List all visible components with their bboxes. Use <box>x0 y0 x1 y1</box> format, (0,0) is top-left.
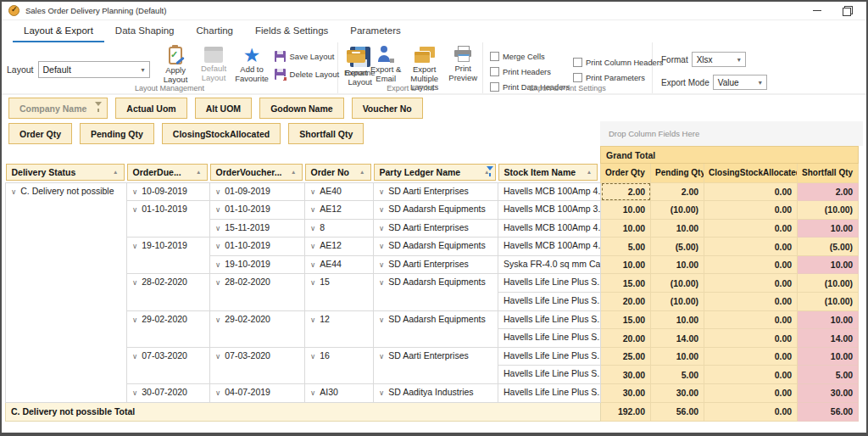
party-ledger-cell[interactable]: ∨SD Aaditya Industries <box>374 384 498 403</box>
order-qty-cell[interactable]: 15.00 <box>601 274 651 293</box>
stock-item-cell[interactable]: Havells Life Line Plus S... <box>498 384 601 403</box>
party-ledger-cell[interactable]: ∨SD Aadarsh Equipments <box>374 274 498 310</box>
field-chip-company-name[interactable]: Company Name <box>8 98 108 119</box>
closing-stock-cell[interactable]: 0.00 <box>704 219 798 238</box>
add-to-favourite-button[interactable]: ★ Add to Favourite <box>233 45 271 82</box>
shortfall-qty-cell[interactable]: (5.00) <box>798 238 859 256</box>
expand-chevron-icon[interactable]: ∨ <box>215 278 220 287</box>
restore-button[interactable] <box>832 3 863 20</box>
order-due-cell[interactable]: ∨01-10-2019 <box>127 201 210 238</box>
expand-chevron-icon[interactable]: ∨ <box>310 352 315 361</box>
expand-chevron-icon[interactable]: ∨ <box>132 278 137 287</box>
party-ledger-cell[interactable]: ∨SD Aarti Enterprises <box>374 347 498 383</box>
order-qty-cell[interactable]: 15.00 <box>601 310 651 329</box>
export-multiple-layouts-button[interactable]: Export Multiple Layouts <box>402 44 447 82</box>
party-ledger-cell[interactable]: ∨SD Aadarsh Equipments <box>374 238 498 256</box>
order-voucher-cell[interactable]: ∨15-11-2019 <box>210 219 305 238</box>
order-voucher-cell[interactable]: ∨04-07-2019 <box>210 384 305 403</box>
shortfall-qty-cell[interactable]: 2.00 <box>798 182 859 201</box>
closing-stock-cell[interactable]: 0.00 <box>704 366 798 384</box>
expand-chevron-icon[interactable]: ∨ <box>132 242 137 250</box>
order-voucher-cell[interactable]: ∨07-03-2020 <box>210 347 305 383</box>
tab-fields-settings[interactable]: Fields & Settings <box>244 20 339 42</box>
closing-stock-cell[interactable]: 0.00 <box>704 182 798 201</box>
apply-layout-button[interactable]: ✓ Apply Layout <box>157 45 195 82</box>
expand-chevron-icon[interactable]: ∨ <box>379 352 384 361</box>
order-no-cell[interactable]: ∨AE12 <box>305 238 374 256</box>
stock-item-cell[interactable]: Havells Life Line Plus S... <box>498 329 601 348</box>
pending-qty-cell[interactable]: 10.00 <box>651 219 704 238</box>
tab-charting[interactable]: Charting <box>186 20 244 42</box>
expand-chevron-icon[interactable]: ∨ <box>215 316 220 324</box>
field-chip-godown-name[interactable]: Godown Name <box>259 98 344 119</box>
expand-chevron-icon[interactable]: ∨ <box>215 352 220 361</box>
field-chip-voucher-no[interactable]: Voucher No <box>352 98 423 119</box>
expand-chevron-icon[interactable]: ∨ <box>379 316 384 324</box>
tab-data-shaping[interactable]: Data Shaping <box>104 20 186 42</box>
closing-stock-cell[interactable]: 0.00 <box>704 293 798 311</box>
order-voucher-cell[interactable]: ∨19-10-2019 <box>210 255 305 274</box>
order-qty-cell[interactable]: 30.00 <box>601 384 651 403</box>
expand-chevron-icon[interactable]: ∨ <box>379 205 384 214</box>
expand-chevron-icon[interactable]: ∨ <box>379 260 384 269</box>
layout-select[interactable]: Default▾ <box>38 61 150 78</box>
stock-item-cell[interactable]: Havells Life Line Plus S... <box>498 310 601 329</box>
expand-chevron-icon[interactable]: ∨ <box>310 205 315 214</box>
order-no-cell[interactable]: ∨AE12 <box>305 201 374 220</box>
pending-qty-cell[interactable]: 30.00 <box>651 384 704 403</box>
expand-chevron-icon[interactable]: ∨ <box>310 278 315 287</box>
value-header-closingstockallocated[interactable]: ClosingStockAllocated <box>704 164 798 183</box>
pending-qty-cell[interactable]: (5.00) <box>651 238 704 256</box>
shortfall-qty-cell[interactable]: 10.00 <box>798 219 859 238</box>
closing-stock-cell[interactable]: 0.00 <box>704 201 798 220</box>
order-voucher-cell[interactable]: ∨01-10-2019 <box>210 201 305 220</box>
column-header-order-no[interactable]: Order No▲ <box>305 164 374 183</box>
tab-parameters[interactable]: Parameters <box>339 20 411 42</box>
order-qty-cell[interactable]: 25.00 <box>601 347 651 366</box>
order-qty-cell[interactable]: 5.00 <box>601 238 651 256</box>
stock-item-cell[interactable]: Syska FR-4.0 sq mm Ca... <box>498 255 601 274</box>
minimize-button[interactable] <box>802 3 832 20</box>
expand-chevron-icon[interactable]: ∨ <box>379 224 384 232</box>
pending-qty-cell[interactable]: 10.00 <box>651 347 704 366</box>
order-no-cell[interactable]: ∨AE40 <box>305 182 374 201</box>
order-no-cell[interactable]: ∨8 <box>305 219 374 238</box>
expand-chevron-icon[interactable]: ∨ <box>379 388 384 397</box>
expand-chevron-icon[interactable]: ∨ <box>310 242 315 250</box>
closing-stock-cell[interactable]: 0.00 <box>704 310 798 329</box>
checkbox-print-column-headers[interactable]: Print Column Headers <box>573 58 663 67</box>
export-email-button[interactable]: Export & Email <box>370 44 402 82</box>
expand-chevron-icon[interactable]: ∨ <box>132 388 137 397</box>
shortfall-qty-cell[interactable]: (10.00) <box>798 274 859 293</box>
shortfall-qty-cell[interactable]: 14.00 <box>798 329 859 348</box>
expand-chevron-icon[interactable]: ∨ <box>132 187 137 196</box>
default-layout-button[interactable]: Default Layout <box>195 45 233 82</box>
export-mode-select[interactable]: Value▾ <box>713 75 767 90</box>
pending-qty-cell[interactable]: 14.00 <box>651 329 704 348</box>
party-ledger-cell[interactable]: ∨SD Aadarsh Equipments <box>374 201 498 220</box>
party-ledger-cell[interactable]: ∨SD Aadarsh Equipments <box>374 310 498 347</box>
field-chip-actual-uom[interactable]: Actual Uom <box>115 98 186 119</box>
party-ledger-cell[interactable]: ∨SD Aarti Enterprises <box>374 255 498 274</box>
column-header-delivery-status[interactable]: Delivery Status▲ <box>6 164 127 183</box>
order-qty-cell[interactable]: 2.00 <box>601 182 651 201</box>
field-chip-alt-uom[interactable]: Alt UOM <box>195 98 252 119</box>
order-due-cell[interactable]: ∨30-07-2020 <box>127 384 210 403</box>
order-voucher-cell[interactable]: ∨29-02-2020 <box>210 310 305 347</box>
expand-chevron-icon[interactable]: ∨ <box>215 260 220 269</box>
format-select[interactable]: Xlsx▾ <box>692 52 746 67</box>
order-no-cell[interactable]: ∨12 <box>305 310 374 347</box>
stock-item-cell[interactable]: Havells Life Line Plus S... <box>498 347 601 366</box>
export-button[interactable]: Export <box>342 44 370 82</box>
column-header-stock-item-name[interactable]: Stock Item Name▲ <box>498 164 601 183</box>
pending-qty-cell[interactable]: 10.00 <box>651 255 704 274</box>
expand-chevron-icon[interactable]: ∨ <box>215 205 220 214</box>
pending-qty-cell[interactable]: 2.00 <box>651 182 704 201</box>
field-chip-shortfall-qty[interactable]: Shortfall Qty <box>288 123 364 144</box>
expand-chevron-icon[interactable]: ∨ <box>379 187 384 196</box>
column-header-orderdue[interactable]: OrderDue...▲ <box>127 164 210 183</box>
value-header-order-qty[interactable]: Order Qty <box>601 164 651 183</box>
stock-item-cell[interactable]: Havells MCB 100Amp 3... <box>498 201 601 220</box>
expand-chevron-icon[interactable]: ∨ <box>310 388 315 397</box>
drop-column-fields-zone[interactable]: Drop Column Fields Here <box>600 121 863 146</box>
